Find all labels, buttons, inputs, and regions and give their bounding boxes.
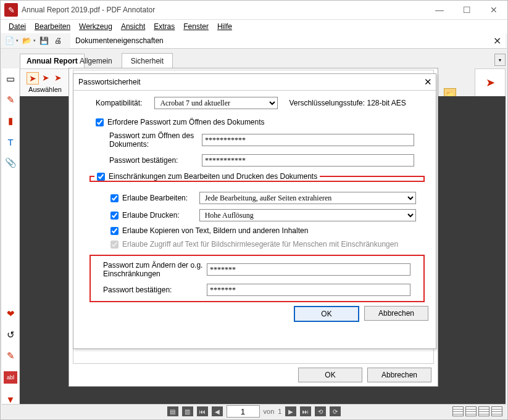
nav-rotate-right-icon[interactable]: ⟳: [330, 406, 341, 416]
restrictions-legend: Einschränkungen zum Bearbeiten und Druck…: [109, 172, 317, 181]
ok-button[interactable]: OK: [294, 306, 359, 322]
cursor-icon[interactable]: ➤: [27, 72, 39, 84]
text-tool-icon[interactable]: T: [5, 136, 16, 147]
encryption-label: Verschlüsselungsstufe:: [289, 99, 365, 107]
view-mode-1-icon[interactable]: [452, 406, 464, 416]
allow-print-select[interactable]: Hohe Auflösung: [199, 209, 416, 221]
nav-prev-icon[interactable]: ◀: [212, 406, 223, 416]
tab-general[interactable]: Allgemein: [70, 53, 122, 68]
app-icon: ✎: [4, 3, 18, 17]
perm-confirm-label: Passwort bestätigen:: [103, 286, 207, 294]
cursor-text-icon[interactable]: ➤: [52, 72, 64, 83]
permissions-password-group: Passwort zum Ändern der o.g. Einschränku…: [90, 255, 425, 302]
pen-tool-icon[interactable]: ✎: [5, 94, 16, 105]
allow-print-checkbox[interactable]: [110, 212, 119, 220]
select-toolbox: ➤ ➤ ➤ Auswählen: [20, 68, 70, 97]
window-title: Annual Report 2019.pdf - PDF Annotator: [22, 6, 426, 14]
cursor-plus-icon[interactable]: ➤: [40, 72, 51, 83]
nav-layers-icon[interactable]: ▥: [182, 406, 193, 416]
status-bar: ▤ ▥ ⏮ ◀ von 1 ▶ ⏭ ⟲ ⟳: [2, 404, 506, 418]
menu-window[interactable]: Fenster: [179, 21, 213, 32]
restrictions-checkbox[interactable]: [97, 173, 105, 181]
right-cursor-box[interactable]: ➤: [475, 68, 506, 97]
require-open-password-label: Erfordere Passwort zum Öffnen des Dokume…: [107, 118, 265, 126]
perm-password-label: Passwort zum Ändern der o.g. Einschränku…: [103, 261, 207, 278]
encryption-value: 128-bit AES: [367, 99, 406, 107]
nav-rotate-left-icon[interactable]: ⟲: [315, 406, 326, 416]
docprops-ok-button[interactable]: OK: [298, 368, 362, 382]
page-sep: von: [264, 408, 275, 415]
save-icon[interactable]: 💾: [38, 35, 50, 46]
page-total: 1: [278, 408, 281, 415]
close-button[interactable]: ✕: [480, 1, 507, 19]
nav-first-icon[interactable]: ⏮: [197, 406, 208, 416]
require-open-password-checkbox[interactable]: [96, 118, 104, 126]
docprops-cancel-button[interactable]: Abbrechen: [367, 368, 431, 382]
menu-help[interactable]: Hilfe: [213, 21, 236, 32]
allow-edit-label: Erlaube Bearbeiten:: [122, 194, 196, 202]
abl-tool-icon[interactable]: abl: [4, 371, 17, 384]
select-label: Auswählen: [28, 86, 62, 93]
shape-down-icon[interactable]: ▼: [5, 393, 16, 405]
page-current-input[interactable]: [227, 405, 260, 418]
view-mode-4-icon[interactable]: [491, 406, 502, 416]
menu-edit[interactable]: Bearbeiten: [30, 21, 75, 32]
marker-tool-icon[interactable]: ▮: [5, 115, 16, 126]
allow-edit-select[interactable]: Jede Bearbeitung, außer Seiten extrahier…: [199, 192, 416, 204]
allow-edit-checkbox[interactable]: [110, 194, 119, 202]
allow-screenreader-label: Erlaube Zugriff auf Text für Bildschirml…: [122, 240, 398, 249]
allow-copy-checkbox[interactable]: [110, 227, 119, 235]
menu-bar: Datei Bearbeiten Werkzeug Ansicht Extras…: [1, 20, 507, 33]
edit-tool-icon[interactable]: ✎: [5, 350, 16, 361]
perm-password-input[interactable]: [207, 263, 410, 276]
allow-screenreader-checkbox: [110, 241, 119, 249]
tab-security[interactable]: Sicherheit: [122, 53, 173, 68]
password-security-dialog: Passwortsicherheit ✕ Kompatibilität: Acr…: [73, 73, 436, 349]
allow-copy-label: Erlaube Kopieren von Text, Bildern und a…: [122, 226, 308, 235]
maximize-button[interactable]: ☐: [453, 1, 480, 19]
nav-thumbs-icon[interactable]: ▤: [167, 406, 178, 416]
menu-tool[interactable]: Werkzeug: [75, 21, 117, 32]
open-confirm-label: Passwort bestätigen:: [109, 156, 202, 165]
history-tool-icon[interactable]: ↺: [5, 329, 16, 340]
open-folder-icon[interactable]: 📂: [20, 35, 33, 46]
attach-tool-icon[interactable]: 📎: [5, 157, 16, 168]
dialog-close-icon[interactable]: ✕: [424, 76, 432, 88]
open-password-input[interactable]: [202, 134, 414, 146]
view-mode-2-icon[interactable]: [465, 406, 477, 416]
compat-label: Kompatibilität:: [96, 99, 142, 107]
docprops-header: Dokumenteneigenschaften ✕: [70, 33, 506, 49]
heart-tool-icon[interactable]: ❤: [5, 308, 16, 319]
menu-file[interactable]: Datei: [4, 21, 30, 32]
new-file-icon[interactable]: 📄: [3, 35, 15, 46]
allow-print-label: Erlaube Drucken:: [122, 211, 196, 220]
restrictions-fieldset: Einschränkungen zum Bearbeiten und Druck…: [90, 172, 425, 182]
print-icon[interactable]: 🖨: [52, 35, 64, 46]
docprops-title: Dokumenteneigenschaften: [75, 36, 164, 45]
cancel-button[interactable]: Abbrechen: [364, 306, 428, 321]
compat-select[interactable]: Acrobat 7 und aktueller: [154, 97, 278, 109]
tab-dropdown-icon[interactable]: ▾: [494, 54, 506, 66]
left-tool-column: ▭ ✎ ▮ T 📎 ❤ ↺ ✎ abl ▼: [2, 68, 20, 405]
nav-next-icon[interactable]: ▶: [285, 406, 296, 416]
dialog-title: Passwortsicherheit: [78, 78, 141, 86]
rectangle-tool-icon[interactable]: ▭: [5, 73, 16, 84]
view-mode-3-icon[interactable]: [478, 406, 489, 416]
open-password-label: Passwort zum Öffnen des Dokuments:: [109, 131, 202, 149]
nav-last-icon[interactable]: ⏭: [300, 406, 311, 416]
menu-extras[interactable]: Extras: [149, 21, 179, 32]
minimize-button[interactable]: ―: [426, 1, 453, 19]
docprops-close-icon[interactable]: ✕: [493, 35, 501, 47]
menu-view[interactable]: Ansicht: [117, 21, 149, 32]
perm-confirm-input[interactable]: [207, 284, 410, 296]
open-confirm-input[interactable]: [202, 154, 414, 167]
